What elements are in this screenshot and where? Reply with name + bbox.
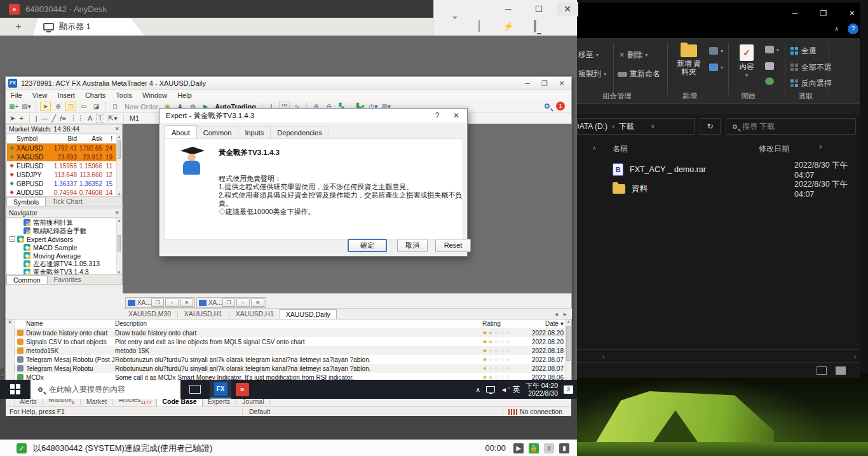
refresh-button[interactable]: ↻	[700, 118, 721, 135]
column-description[interactable]: Description	[115, 320, 482, 327]
maximize-button[interactable]: ☐	[528, 2, 550, 17]
invert-selection-button[interactable]: 反向選擇	[790, 78, 832, 89]
clock[interactable]: 下午 04:20 2022/8/30	[526, 382, 558, 397]
chart-tab[interactable]: XAUUSD,M30	[123, 309, 177, 318]
timeframe-m1-button[interactable]: M1	[130, 114, 139, 122]
connection-status[interactable]: No connection	[503, 408, 562, 415]
keyboard-icon[interactable]	[471, 19, 487, 33]
scroll-up-icon[interactable]: ▲	[117, 135, 121, 138]
market-watch-row[interactable]: XAUUSD 1792.41 1792.65 24	[7, 144, 116, 152]
sort-chevron-icon[interactable]: ∨	[818, 144, 823, 154]
market-watch-row[interactable]: EURUSD 1.15955 1.15966 11	[7, 161, 116, 170]
tab-common[interactable]: Common	[6, 275, 48, 284]
address-bar[interactable]: DATA (D:) › 下載 ∨	[577, 118, 695, 135]
column-rating[interactable]: Rating	[482, 320, 531, 327]
nav-pane-collapse-icon[interactable]: ∧	[592, 145, 597, 151]
menu-icon[interactable]	[552, 19, 569, 33]
delete-button[interactable]: ✕ 刪除▾	[619, 50, 648, 60]
tab-inputs[interactable]: Inputs	[238, 126, 271, 140]
new-order-icon[interactable]: 🗋	[110, 102, 121, 111]
large-icons-view-icon[interactable]	[836, 366, 846, 375]
open-button[interactable]: ▾	[765, 46, 779, 53]
explorer-close-button[interactable]: ✕	[843, 8, 862, 19]
cursor-mode-icon[interactable]: ➤	[40, 102, 51, 111]
close-icon[interactable]: ✕	[251, 298, 264, 307]
tab-symbols[interactable]: Symbols	[6, 197, 46, 206]
taskbar-search-box[interactable]: 在此輸入要搜尋的內容	[31, 380, 180, 399]
close-button[interactable]: ✕	[557, 2, 578, 17]
channel-icon[interactable]: ⋮⋮	[70, 114, 84, 123]
battery-icon[interactable]: ▮	[559, 443, 569, 453]
copy-to-button[interactable]: 複製到▾	[578, 69, 606, 79]
file-name[interactable]: FXT_ACY _ demo.rar	[630, 165, 759, 174]
column-header-date[interactable]: 修改日期	[759, 144, 789, 154]
mt4-minimize-button[interactable]: ─	[519, 78, 536, 88]
explorer-maximize-button[interactable]: ❐	[814, 8, 833, 19]
column-bid[interactable]: Bid	[49, 135, 78, 142]
navigator-item[interactable]: ƒ戰績紀錄器合手數	[7, 227, 116, 235]
codebase-row[interactable]: Telegram Mesaj Robotu (Post JS... Robotu…	[15, 355, 565, 364]
ok-button[interactable]: 確定	[348, 239, 387, 252]
menu-insert[interactable]: Insert	[57, 91, 75, 99]
text-label-icon[interactable]: T	[96, 114, 104, 123]
navigator-item[interactable]: ◆MACD Sample	[7, 243, 116, 251]
objects-folder-icon[interactable]: ◳	[65, 102, 76, 111]
chat-icon[interactable]	[443, 19, 459, 33]
trendline-icon[interactable]: ╱	[52, 114, 57, 123]
network-icon[interactable]	[486, 386, 495, 392]
vertical-scrollbar[interactable]: ▲ ▼	[116, 135, 121, 196]
cancel-button[interactable]: 取消	[397, 239, 428, 252]
chart-tab-active[interactable]: XAUUSD,Daily	[280, 309, 337, 319]
maximize-icon[interactable]: ▫	[236, 298, 250, 307]
chart-tab[interactable]: XAUUSD,H1	[230, 309, 280, 318]
column-date[interactable]: Date ▾	[531, 320, 566, 327]
session-tab[interactable]: 顯示器 1	[33, 18, 144, 36]
horizontal-line-icon[interactable]: —	[41, 114, 48, 122]
maximize-icon[interactable]: ▫	[165, 298, 179, 307]
new-item-button[interactable]: ▾	[709, 47, 723, 55]
edit-button[interactable]	[765, 62, 774, 70]
tab-common[interactable]: Common	[196, 126, 239, 140]
file-name[interactable]: 資料	[632, 184, 761, 194]
file-row[interactable]: 資料 2022/8/30 下午 04:07	[613, 179, 853, 198]
column-ask[interactable]: Ask	[78, 135, 104, 142]
tab-scroll-right-icon[interactable]: ▸	[564, 310, 567, 318]
mt4-close-button[interactable]: ✕	[553, 78, 570, 88]
status-profile[interactable]: Default	[242, 408, 503, 415]
vertical-scrollbar[interactable]: ▲ ▼	[116, 218, 121, 274]
navigator-item-expert-advisors[interactable]: −◆Expert Advisors	[7, 235, 116, 243]
select-none-button[interactable]: 全部不選	[790, 62, 832, 73]
codebase-row[interactable]: Signals CSV to chart objects Plot entry …	[15, 337, 565, 346]
chart-tab[interactable]: XAUUSD,H1	[179, 309, 228, 318]
navigator-item[interactable]: ƒ當前獲利計算	[7, 218, 116, 227]
column-symbol[interactable]: Symbol	[17, 135, 49, 142]
explorer-minimize-button[interactable]: ─	[785, 8, 804, 19]
close-icon[interactable]: ✕	[114, 210, 119, 216]
new-session-button[interactable]: +	[11, 20, 25, 34]
reset-button[interactable]: Reset	[435, 239, 471, 252]
tab-about[interactable]: About	[165, 125, 197, 138]
taskbar-app-mt4[interactable]: FX	[210, 380, 231, 399]
column-name[interactable]: Name	[15, 320, 115, 327]
ime-indicator[interactable]: 英	[513, 384, 520, 395]
close-icon[interactable]: ✕	[114, 126, 119, 132]
market-watch-row[interactable]: AUDUSD 0.74594 0.74608 14	[7, 188, 116, 196]
menu-charts[interactable]: Charts	[85, 91, 105, 99]
easy-access-button[interactable]: ▾	[709, 64, 723, 71]
chart-shift-icon[interactable]: ▭	[78, 102, 89, 111]
scroll-up-icon[interactable]: ▲	[117, 218, 121, 222]
menu-view[interactable]: View	[32, 91, 48, 99]
taskbar-app-anydesk[interactable]: »	[231, 380, 253, 399]
codebase-row[interactable]: metodo15K metodo 15K ★☆☆☆☆ 2022.08.18	[15, 346, 565, 355]
scroll-up-icon[interactable]: ▲	[566, 319, 571, 323]
rename-button[interactable]: 重新命名	[618, 69, 660, 79]
cursor-icon[interactable]: ➤	[10, 114, 15, 123]
breadcrumb-drive[interactable]: DATA (D:)	[577, 122, 607, 131]
volume-muted-icon[interactable]: ◄	[501, 386, 507, 393]
start-button[interactable]	[10, 384, 20, 394]
minimize-button[interactable]: ─	[498, 2, 519, 17]
help-icon[interactable]: ?	[848, 23, 858, 34]
select-all-button[interactable]: 全選	[790, 46, 817, 57]
column-header-name[interactable]: 名稱	[613, 144, 759, 154]
breadcrumb-folder[interactable]: 下載	[619, 121, 634, 132]
